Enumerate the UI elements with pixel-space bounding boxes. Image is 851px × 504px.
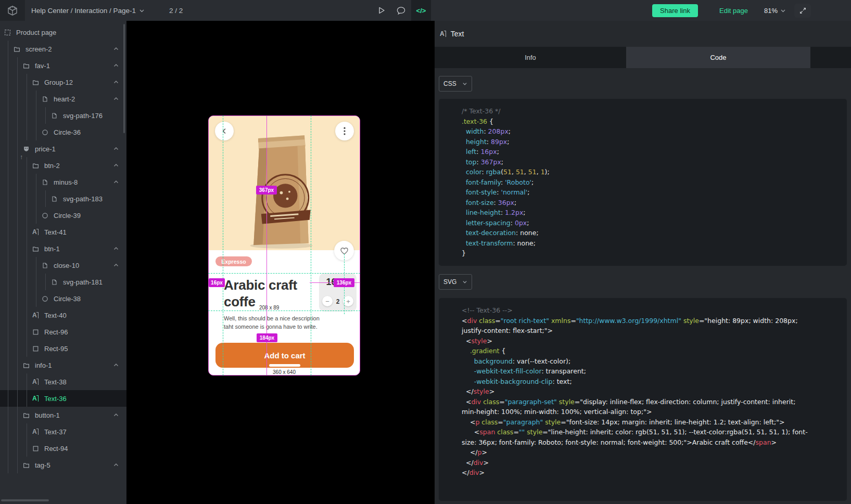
tree-indent-guide <box>8 274 8 290</box>
chevron-down-icon <box>462 279 467 285</box>
collapse-chevron-icon[interactable] <box>113 362 119 368</box>
design-canvas[interactable]: Expresso Arabic craft coffe 208 x 89 16.… <box>126 21 435 504</box>
layer-item-btn-2[interactable]: btn-2↑ <box>0 157 126 174</box>
code-mode-button[interactable]: </> <box>411 0 431 21</box>
tree-indent-guide <box>8 324 8 340</box>
share-link-button[interactable]: Share link <box>652 4 698 17</box>
layer-item-rect-94[interactable]: Rect-94 <box>0 440 126 457</box>
layer-item-circle-38[interactable]: Circle-38 <box>0 290 126 307</box>
sidebar-horizontal-scrollbar[interactable] <box>1 499 49 501</box>
tree-indent-guide <box>8 124 8 140</box>
home-indicator <box>269 364 300 367</box>
tree-indent-guide <box>17 373 18 390</box>
folder-layer-icon <box>32 162 40 169</box>
collapse-chevron-icon[interactable] <box>113 245 119 252</box>
product-screen-frame[interactable]: Expresso Arabic craft coffe 208 x 89 16.… <box>208 115 360 376</box>
layer-item-circle-39[interactable]: Circle-39 <box>0 207 126 224</box>
guide-line-vertical-left <box>223 115 223 376</box>
layer-item-product-page[interactable]: Product page <box>0 24 126 41</box>
inspector-header: A Text <box>435 21 851 47</box>
layer-label: Text-37 <box>44 428 67 436</box>
tab-info[interactable]: Info <box>435 47 626 68</box>
menu-button[interactable] <box>335 122 354 140</box>
svg-code-block[interactable]: <!-- Text-36 --><div class="root rich-te… <box>439 298 847 501</box>
file-layer-icon <box>42 178 49 186</box>
collapse-chevron-icon[interactable] <box>113 146 119 152</box>
layer-item-text-37[interactable]: AText-37 <box>0 423 126 440</box>
tree-indent-guide <box>8 257 8 274</box>
layer-item-price-1[interactable]: price-1 <box>0 140 126 157</box>
collapse-chevron-icon[interactable] <box>113 96 119 102</box>
code-line: <div class="root rich-text" xmlns="http:… <box>462 316 842 326</box>
category-tag[interactable]: Expresso <box>215 256 252 266</box>
collapse-chevron-icon[interactable] <box>113 462 119 468</box>
zoom-control[interactable]: 81% <box>764 0 786 21</box>
collapse-chevron-icon[interactable] <box>113 412 119 418</box>
measurement-badge-top: 367px <box>256 186 277 195</box>
tree-indent-guide <box>17 157 18 174</box>
layer-item-info-1[interactable]: info-1 <box>0 357 126 373</box>
layer-item-group-12[interactable]: Group-12 <box>0 74 126 91</box>
layer-item-circle-36[interactable]: Circle-36 <box>0 124 126 140</box>
tree-indent-guide <box>17 140 18 157</box>
collapse-chevron-icon[interactable] <box>113 162 119 169</box>
layer-item-text-40[interactable]: AText-40 <box>0 307 126 324</box>
tree-indent-guide <box>27 157 27 174</box>
expand-icon <box>799 7 807 15</box>
quantity-increase-button[interactable]: + <box>343 296 353 306</box>
svg-language-dropdown[interactable]: SVG <box>439 274 472 290</box>
layer-item-close-10[interactable]: close-10 <box>0 257 126 274</box>
circle-layer-icon <box>42 212 49 219</box>
code-line: background: var(--text-color); <box>462 356 842 367</box>
layer-label: Circle-36 <box>54 128 81 136</box>
layer-label: price-1 <box>35 145 56 153</box>
collapse-chevron-icon[interactable] <box>113 179 119 185</box>
collapse-chevron-icon[interactable] <box>113 62 119 69</box>
folder-layer-icon <box>14 45 21 53</box>
layer-item-text-36[interactable]: AText-36 <box>0 390 126 407</box>
play-icon <box>376 6 386 15</box>
comments-button[interactable] <box>391 0 410 21</box>
tree-indent-guide <box>27 207 27 224</box>
layer-item-text-38[interactable]: AText-38 <box>0 373 126 390</box>
fullscreen-button[interactable] <box>794 4 811 18</box>
collapse-chevron-icon[interactable] <box>113 46 119 52</box>
layer-item-btn-1[interactable]: btn-1 <box>0 240 126 257</box>
layer-item-svg-path-176[interactable]: svg-path-176 <box>0 107 126 124</box>
layer-item-rect-95[interactable]: Rect-95 <box>0 340 126 357</box>
tree-indent-guide <box>17 257 18 274</box>
tree-indent-guide <box>27 257 27 274</box>
code-line: </div> <box>462 468 842 478</box>
collapse-chevron-icon[interactable] <box>113 79 119 85</box>
css-language-dropdown[interactable]: CSS <box>439 76 472 92</box>
layer-item-heart-2[interactable]: heart-2 <box>0 91 126 107</box>
layer-item-rect-96[interactable]: Rect-96 <box>0 324 126 340</box>
tree-indent-guide <box>27 440 27 457</box>
layer-item-screen-2[interactable]: screen-2 <box>0 41 126 57</box>
code-icon: </> <box>416 7 426 15</box>
layer-item-text-41[interactable]: AText-41 <box>0 224 126 240</box>
layer-item-svg-path-181[interactable]: svg-path-181 <box>0 274 126 290</box>
app-logo[interactable] <box>0 0 25 21</box>
play-button[interactable] <box>372 0 390 21</box>
css-code-block[interactable]: /* Text-36 */.text-36 { width: 208px; he… <box>439 99 847 266</box>
layer-item-button-1[interactable]: button-1 <box>0 407 126 423</box>
tree-indent-guide <box>36 107 36 124</box>
breadcrumb[interactable]: Help Center / Interaction / Page-1 <box>31 0 145 21</box>
sidebar-vertical-scrollbar[interactable] <box>123 24 125 133</box>
layer-item-tag-5[interactable]: tag-5 <box>0 457 126 473</box>
tab-code[interactable]: Code <box>626 47 810 68</box>
edit-page-link[interactable]: Edit page <box>719 0 748 21</box>
tree-indent-guide <box>17 74 18 91</box>
rect-layer-icon <box>32 345 40 352</box>
layer-item-minus-8[interactable]: minus-8 <box>0 174 126 190</box>
back-button[interactable] <box>215 122 234 140</box>
collapse-chevron-icon[interactable] <box>113 262 119 268</box>
rect-layer-icon <box>32 328 40 335</box>
layer-item-svg-path-183[interactable]: svg-path-183 <box>0 190 126 207</box>
layer-item-fav-1[interactable]: fav-1 <box>0 57 126 74</box>
code-line: justify-content: flex-start;"> <box>462 326 842 336</box>
tree-indent-guide <box>17 390 18 407</box>
tree-indent-guide <box>8 390 8 407</box>
folder-layer-icon <box>23 361 30 369</box>
